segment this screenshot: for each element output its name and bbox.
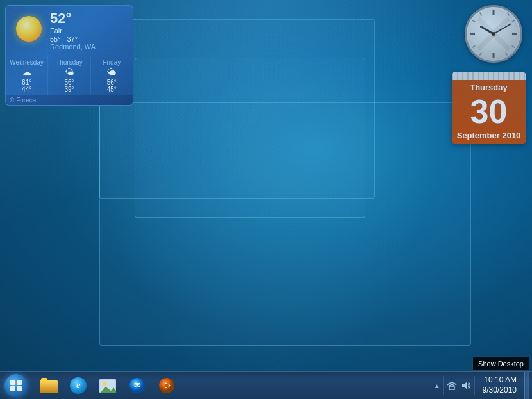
clock-area[interactable]: 10:10 AM 9/30/2010 <box>478 372 522 400</box>
taskbar-item-photo[interactable] <box>94 373 122 398</box>
svg-line-10 <box>472 20 476 22</box>
svg-line-4 <box>508 13 510 16</box>
forecast-fri-icon: 🌥 <box>93 66 131 79</box>
svg-line-9 <box>472 46 476 48</box>
forecast-thu-icon: 🌤 <box>50 66 88 79</box>
forecast-wed-high: 61° <box>8 79 46 86</box>
minute-hand <box>494 23 512 35</box>
temp-range: 55° - 37° <box>50 35 128 43</box>
condition: Fair <box>50 26 128 35</box>
tray-speaker-icon[interactable] <box>460 372 472 400</box>
show-desktop-label: Show Desktop <box>472 357 529 371</box>
calendar-header: Thursday <box>452 80 526 95</box>
svg-rect-14 <box>10 380 15 385</box>
taskbar-clock-time: 10:10 AM <box>484 375 517 386</box>
clock-widget[interactable] <box>465 5 526 66</box>
svg-rect-15 <box>17 380 22 385</box>
svg-rect-31 <box>449 386 454 390</box>
svg-point-30 <box>165 384 169 387</box>
calendar-tabs <box>452 72 526 80</box>
temperature: 52° <box>50 11 128 26</box>
gadget-frame-3 <box>99 102 471 346</box>
gadget-frame-1 <box>99 19 375 199</box>
svg-line-6 <box>512 46 515 48</box>
weather-widget[interactable]: 52° Fair 55° - 37° Redmond, WA Wednesday… <box>5 5 133 106</box>
taskbar-item-explorer[interactable] <box>35 373 63 398</box>
forecast-thu-low: 39° <box>50 86 88 93</box>
calendar-month-year: September 2010 <box>452 128 526 144</box>
forecast-fri-high: 56° <box>93 79 131 86</box>
tray-separator-1 <box>443 376 444 395</box>
svg-rect-16 <box>10 386 15 391</box>
weather-forecast: Wednesday ☁ 61° 44° Thursday 🌤 56° 39° F… <box>6 56 133 95</box>
tray-separator-2 <box>474 376 475 395</box>
forecast-wed-low: 44° <box>8 86 46 93</box>
calendar-day-name: Thursday <box>457 83 520 92</box>
location: Redmond, WA <box>50 43 128 51</box>
svg-line-11 <box>480 13 482 16</box>
taskbar-clock-date: 9/30/2010 <box>483 386 517 396</box>
taskbar-item-media[interactable] <box>153 373 181 398</box>
speaker-icon <box>461 381 471 390</box>
weather-sun-icon <box>11 11 46 46</box>
svg-line-8 <box>480 53 482 56</box>
media-player-icon <box>158 377 175 394</box>
tray-overflow-arrow[interactable]: ▲ <box>434 382 440 389</box>
taskbar: e ✉ <box>0 371 532 399</box>
svg-rect-20 <box>40 380 58 393</box>
svg-rect-17 <box>17 386 22 391</box>
start-button[interactable] <box>0 372 32 400</box>
calendar-widget[interactable]: Thursday 30 September 2010 <box>452 72 526 144</box>
messenger-icon: ✉ <box>129 377 145 394</box>
svg-marker-32 <box>462 382 467 389</box>
ie-icon: e <box>70 377 87 394</box>
forecast-thu: Thursday 🌤 56° 39° <box>48 56 90 95</box>
svg-point-24 <box>103 382 106 386</box>
calendar-day-number: 30 <box>452 95 526 128</box>
forecast-fri-low: 45° <box>93 86 131 93</box>
photo-icon <box>99 378 116 393</box>
taskbar-items: e ✉ <box>35 372 181 400</box>
explorer-icon <box>40 378 58 393</box>
network-icon <box>447 381 457 390</box>
forecast-fri: Friday 🌥 56° 45° <box>91 56 133 95</box>
clock-face <box>465 5 522 63</box>
tray-network-icon[interactable] <box>446 372 458 400</box>
taskbar-item-messenger[interactable]: ✉ <box>123 373 151 398</box>
svg-line-7 <box>506 53 508 56</box>
svg-text:✉: ✉ <box>134 381 140 390</box>
clock-center <box>492 32 495 36</box>
taskbar-item-ie[interactable]: e <box>64 373 92 398</box>
forecast-wed-icon: ☁ <box>8 66 46 79</box>
calendar-tab-lines <box>452 72 526 80</box>
forecast-wed-label: Wednesday <box>8 59 46 66</box>
desktop: 52° Fair 55° - 37° Redmond, WA Wednesday… <box>0 0 532 371</box>
forecast-thu-label: Thursday <box>50 59 88 66</box>
gadget-frame-2 <box>135 58 365 218</box>
forecast-fri-label: Friday <box>93 59 131 66</box>
svg-line-5 <box>512 20 515 22</box>
weather-source: Foreca <box>6 95 133 105</box>
windows-logo-icon <box>10 379 22 392</box>
start-orb <box>4 374 28 397</box>
forecast-thu-high: 56° <box>50 79 88 86</box>
show-desktop-button[interactable]: Show Desktop <box>524 372 529 400</box>
weather-info: 52° Fair 55° - 37° Redmond, WA <box>50 11 128 51</box>
forecast-wed: Wednesday ☁ 61° 44° <box>6 56 48 95</box>
svg-rect-21 <box>41 378 47 382</box>
system-tray: ▲ 10:10 AM 9/30/2010 Show Desktop <box>434 372 532 400</box>
